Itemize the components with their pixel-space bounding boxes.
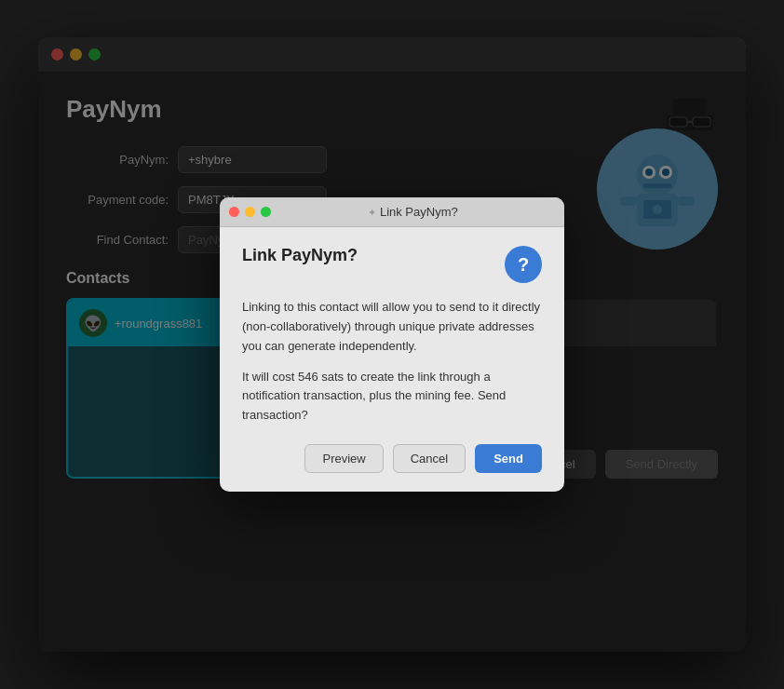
question-icon: ? — [505, 246, 542, 283]
modal-buttons: Preview Cancel Send — [242, 444, 542, 473]
modal-cancel-button[interactable]: Cancel — [393, 444, 466, 473]
modal-close-button[interactable] — [229, 207, 239, 217]
send-button[interactable]: Send — [475, 444, 542, 473]
preview-button[interactable]: Preview — [304, 444, 383, 473]
modal-traffic-lights — [229, 207, 271, 217]
modal-window: ✦ Link PayNym? Link PayNym? ? Linking to… — [220, 197, 564, 492]
modal-titlebar: ✦ Link PayNym? — [220, 197, 564, 227]
main-window: PayNym — [38, 37, 746, 652]
modal-maximize-button[interactable] — [261, 207, 271, 217]
modal-header-row: Link PayNym? ? — [242, 246, 542, 283]
modal-title-text: Link PayNym? — [380, 205, 458, 219]
modal-paragraph-2: It will cost 546 sats to create the link… — [242, 368, 542, 426]
modal-minimize-button[interactable] — [245, 207, 255, 217]
modal-title: ✦ Link PayNym? — [271, 205, 555, 219]
modal-heading: Link PayNym? — [242, 246, 358, 265]
modal-body: Link PayNym? ? Linking to this contact w… — [220, 227, 564, 492]
modal-paragraph-1: Linking to this contact will allow you t… — [242, 298, 542, 356]
modal-overlay: ✦ Link PayNym? Link PayNym? ? Linking to… — [38, 37, 746, 652]
